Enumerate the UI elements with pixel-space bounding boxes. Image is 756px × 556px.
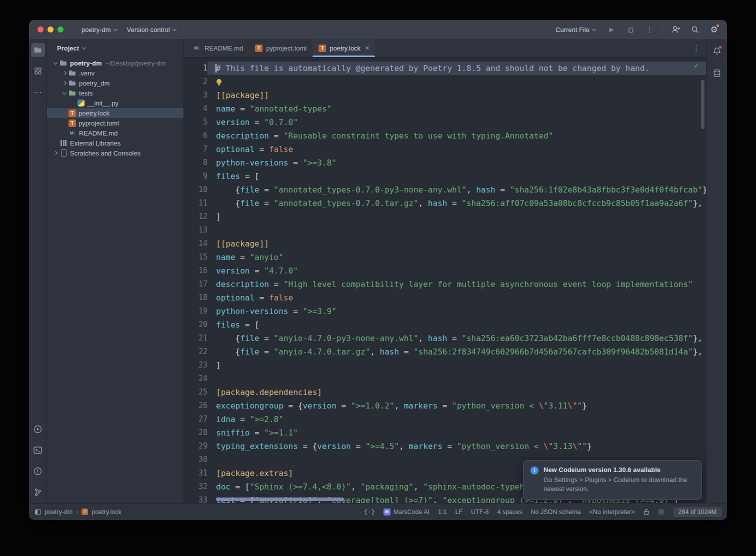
status-item-encoding[interactable]: UTF-8 xyxy=(471,508,488,516)
tree-item-venv[interactable]: .venv xyxy=(47,68,184,78)
code-token: { xyxy=(216,334,240,343)
code-line-9[interactable]: 9files = [ xyxy=(184,170,706,183)
editor-column: M↓README.mdTpyproject.tomlTpoetry.lock× … xyxy=(184,39,706,503)
git-branch-icon[interactable] xyxy=(31,485,45,499)
breadcrumb-file[interactable]: poetry.lock xyxy=(92,508,122,516)
tree-item-poetry-lock[interactable]: Tpoetry.lock xyxy=(47,108,184,118)
code-token: markers xyxy=(404,401,438,410)
chevron-down-icon[interactable] xyxy=(53,60,57,64)
code-token: = xyxy=(250,266,264,276)
status-item-interpreter[interactable]: <No interpreter> xyxy=(590,508,635,516)
code-text: python-versions = ">=3.9" xyxy=(208,304,706,318)
status-item-indent[interactable]: 4 spaces xyxy=(497,508,522,516)
code-line-2[interactable]: 2 xyxy=(184,75,706,88)
version-control-menu[interactable]: Version control xyxy=(124,24,179,36)
code-line-3[interactable]: 3[[package]] xyxy=(184,88,706,102)
code-line-24[interactable]: 24 xyxy=(184,372,706,386)
codeium-notification[interactable]: i New Codeium version 1.30.6 available G… xyxy=(523,460,702,500)
code-line-14[interactable]: 14[[package]] xyxy=(184,237,706,250)
memory-indicator[interactable]: 284 of 1024M xyxy=(673,507,722,517)
code-text: typing_extensions = {version = ">=4.5", … xyxy=(208,440,706,453)
code-line-21[interactable]: 21 {file = "anyio-4.7.0-py3-none-any.whl… xyxy=(184,332,706,345)
editor-area[interactable]: 1# This file is automatically @generated… xyxy=(184,58,706,503)
code-line-26[interactable]: 26exceptiongroup = {version = ">=1.0.2",… xyxy=(184,399,706,412)
code-line-28[interactable]: 28sniffio = ">=1.1" xyxy=(184,426,706,440)
code-line-5[interactable]: 5version = "0.7.0" xyxy=(184,116,706,129)
code-line-6[interactable]: 6description = "Reusable constraint type… xyxy=(184,129,706,142)
code-line-25[interactable]: 25[package.dependencies] xyxy=(184,386,706,399)
tab-close-icon[interactable]: × xyxy=(365,44,369,52)
tree-item-poetry-dm[interactable]: poetry-dm~/Desktop/poetry-dm xyxy=(47,58,184,68)
structure-tool-window-button[interactable] xyxy=(31,64,45,78)
intention-bulb-icon[interactable] xyxy=(216,79,222,85)
code-token: 3.11 xyxy=(548,401,568,410)
status-item-json-schema[interactable]: No JSON schema xyxy=(530,508,580,516)
more-actions-kebab-icon[interactable]: ⋮ xyxy=(644,24,656,36)
terminal-tool-window-button[interactable] xyxy=(31,443,45,457)
search-everywhere-icon[interactable] xyxy=(689,24,701,36)
vertical-scrollbar[interactable] xyxy=(701,80,704,129)
code-line-11[interactable]: 11 {file = "annotated_types-0.7.0.tar.gz… xyxy=(184,196,706,210)
code-line-10[interactable]: 10 {file = "annotated_types-0.7.0-py3-no… xyxy=(184,183,706,196)
services-tool-window-button[interactable] xyxy=(31,422,45,436)
problems-tool-window-button[interactable] xyxy=(31,464,45,478)
minimize-window-button[interactable] xyxy=(48,26,54,32)
code-completion-icon[interactable]: {·} xyxy=(364,508,375,516)
code-line-23[interactable]: 23] xyxy=(184,358,706,372)
code-line-16[interactable]: 16version = "4.7.0" xyxy=(184,264,706,278)
debug-icon[interactable] xyxy=(624,24,636,36)
code-line-13[interactable]: 13 xyxy=(184,224,706,237)
chevron-down-icon[interactable] xyxy=(62,90,66,94)
code-line-1[interactable]: 1# This file is automatically @generated… xyxy=(184,62,706,75)
zoom-window-button[interactable] xyxy=(58,26,64,32)
editor-tab-poetry-lock[interactable]: Tpoetry.lock× xyxy=(312,39,375,57)
code-token: "anyio-4.7.0.tar.gz" xyxy=(274,347,370,356)
code-token: }, xyxy=(702,185,706,194)
tree-item-init-py[interactable]: __init__.py xyxy=(47,98,184,108)
tab-options-kebab-icon[interactable]: ⋮ xyxy=(692,44,700,52)
breadcrumb-project[interactable]: poetry-dm xyxy=(44,508,72,516)
tree-item-poetry-dm[interactable]: poetry_dm xyxy=(47,78,184,88)
project-menu[interactable]: poetry-dm xyxy=(78,24,120,36)
code-token: , xyxy=(418,198,428,208)
editor-tab-pyproject-toml[interactable]: Tpyproject.toml xyxy=(249,39,312,57)
code-line-12[interactable]: 12] xyxy=(184,210,706,224)
code-line-19[interactable]: 19python-versions = ">=3.9" xyxy=(184,304,706,318)
code-line-7[interactable]: 7optional = false xyxy=(184,142,706,156)
tree-item-external-libraries[interactable]: External Libraries xyxy=(47,138,184,148)
database-tool-window-button[interactable] xyxy=(710,66,724,80)
status-item-line-separator[interactable]: LF xyxy=(455,508,462,516)
code-line-4[interactable]: 4name = "annotated-types" xyxy=(184,102,706,116)
horizontal-scrollbar[interactable] xyxy=(216,498,344,501)
run-configuration-selector[interactable]: Current File xyxy=(552,24,598,36)
chevron-right-icon[interactable] xyxy=(62,81,66,85)
settings-gear-icon[interactable]: ⚙ xyxy=(708,24,720,36)
project-tool-window-button[interactable] xyxy=(31,43,45,57)
write-access-lock-icon[interactable] xyxy=(644,508,650,515)
more-tool-windows-icon[interactable]: ⋯ xyxy=(31,85,45,99)
tree-item-readme-md[interactable]: M↓README.md xyxy=(47,128,184,138)
run-button[interactable]: ▶ xyxy=(606,24,618,36)
tree-item-tests[interactable]: tests xyxy=(47,88,184,98)
notifications-bell-icon[interactable] xyxy=(710,44,724,58)
code-line-17[interactable]: 17description = "High level compatibilit… xyxy=(184,278,706,291)
code-with-me-add-user-icon[interactable] xyxy=(670,24,682,36)
chevron-right-icon[interactable] xyxy=(62,71,66,75)
code-line-29[interactable]: 29typing_extensions = {version = ">=4.5"… xyxy=(184,440,706,453)
code-line-20[interactable]: 20files = [ xyxy=(184,318,706,332)
close-window-button[interactable] xyxy=(38,26,44,32)
code-line-27[interactable]: 27idna = ">=2.8" xyxy=(184,412,706,426)
code-line-8[interactable]: 8python-versions = ">=3.8" xyxy=(184,156,706,170)
code-line-22[interactable]: 22 {file = "anyio-4.7.0.tar.gz", hash = … xyxy=(184,345,706,358)
tree-item-scratches-and-consoles[interactable]: Scratches and Consoles xyxy=(47,148,184,158)
chevron-right-icon[interactable] xyxy=(53,151,57,155)
project-panel-header[interactable]: Project xyxy=(47,39,184,57)
editor-tab-readme-md[interactable]: M↓README.md xyxy=(187,39,249,57)
status-item-marscode-ai[interactable]: MMarsCode AI xyxy=(384,508,430,516)
tree-item-pyproject-toml[interactable]: Tpyproject.toml xyxy=(47,118,184,128)
inspection-ok-check-icon[interactable]: ✓ xyxy=(692,60,702,70)
code-line-18[interactable]: 18optional = false xyxy=(184,291,706,304)
code-token: [package.dependencies] xyxy=(216,388,322,397)
code-line-15[interactable]: 15name = "anyio" xyxy=(184,250,706,264)
status-item-caret-position[interactable]: 1:1 xyxy=(438,508,446,516)
